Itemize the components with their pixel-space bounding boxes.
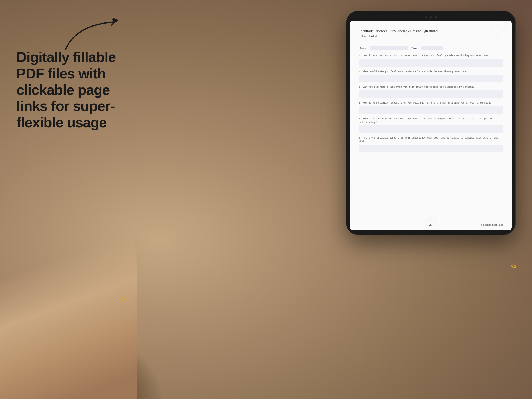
tablet-screen: Factitious Disorder | Play Therapy Sessi… xyxy=(350,21,512,230)
question-text-4: 4. How do you usually respond when you f… xyxy=(359,101,503,105)
tablet-wrapper: Factitious Disorder | Play Therapy Sessi… xyxy=(346,11,516,235)
left-text-block: Digitally fillable PDF files with clicka… xyxy=(16,49,137,131)
question-block-3: 3. Can you describe a time when you felt… xyxy=(359,86,503,98)
name-date-row: Name: Date: xyxy=(359,46,503,50)
question-block-5: 5. What are some ways we can work togeth… xyxy=(359,117,503,133)
question-text-2: 2. What would make you feel more comfort… xyxy=(359,70,503,74)
question-text-6: 6. Are there specific aspects of your ex… xyxy=(359,136,503,143)
arrow-container xyxy=(49,16,137,55)
pdf-divider xyxy=(359,43,503,43)
svg-point-2 xyxy=(493,24,504,34)
pdf-subtitle: – Part 1 of 4 xyxy=(359,34,503,39)
arrow-icon xyxy=(49,16,137,55)
pdf-questions: 1. How do you feel about sharing your tr… xyxy=(359,54,503,222)
name-field[interactable] xyxy=(370,46,408,50)
question-text-1: 1. How do you feel about sharing your tr… xyxy=(359,54,503,58)
tablet-frame: Factitious Disorder | Play Therapy Sessi… xyxy=(346,11,516,235)
answer-box-6[interactable] xyxy=(359,145,503,152)
camera-dot-3 xyxy=(434,16,437,19)
page-number: 20 xyxy=(429,223,432,226)
back-to-first-page-link[interactable]: ↑ Back to First Page xyxy=(481,223,503,226)
hand-left xyxy=(0,208,137,399)
pdf-page: Factitious Disorder | Play Therapy Sessi… xyxy=(350,21,512,230)
question-block-1: 1. How do you feel about sharing your tr… xyxy=(359,54,503,67)
pdf-title: Factitious Disorder | Play Therapy Sessi… xyxy=(359,28,503,34)
watermark-top xyxy=(484,21,512,37)
svg-point-1 xyxy=(490,21,506,37)
camera-dot-1 xyxy=(425,16,427,19)
answer-box-4[interactable] xyxy=(359,106,503,114)
question-text-3: 3. Can you describe a time when you felt… xyxy=(359,86,503,89)
answer-box-1[interactable] xyxy=(359,59,503,67)
camera-dot-2 xyxy=(429,16,432,19)
answer-box-5[interactable] xyxy=(359,125,503,133)
question-text-5: 5. What are some ways we can work togeth… xyxy=(359,117,503,124)
question-block-2: 2. What would make you feel more comfort… xyxy=(359,70,503,83)
svg-marker-0 xyxy=(113,18,119,24)
name-label: Name: xyxy=(359,46,367,50)
pdf-footer: 20 ↑ Back to First Page xyxy=(359,222,503,225)
date-label: Date: xyxy=(411,46,418,50)
question-block-6: 6. Are there specific aspects of your ex… xyxy=(359,136,503,152)
answer-box-3[interactable] xyxy=(359,90,503,98)
main-tagline: Digitally fillable PDF files with clicka… xyxy=(16,49,137,131)
answer-box-2[interactable] xyxy=(359,75,503,82)
svg-point-3 xyxy=(495,26,501,32)
camera-row xyxy=(425,16,437,19)
question-block-4: 4. How do you usually respond when you f… xyxy=(359,101,503,114)
date-field[interactable] xyxy=(421,46,443,50)
